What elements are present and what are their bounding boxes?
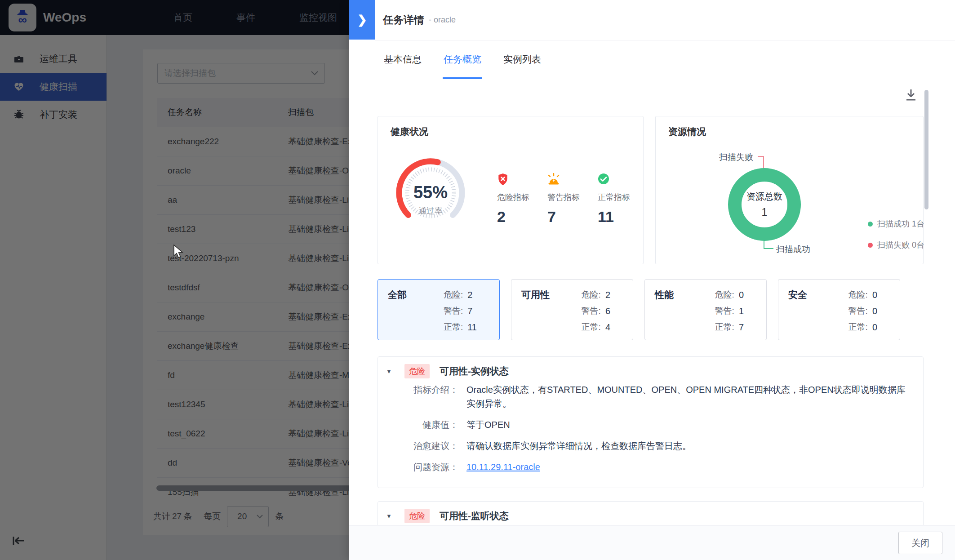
indicator-summary: 危险指标 2 警告指标 7 正常指标 11 xyxy=(497,173,632,226)
drawer-collapse-button[interactable]: ❯ xyxy=(349,0,375,40)
callout-scan-success-label: 扫描成功 xyxy=(776,244,810,255)
field-health-value: 健康值： 等于OPEN xyxy=(378,418,908,432)
indicator-label: 危险指标 xyxy=(497,192,531,203)
collapse-triangle-icon[interactable]: ▼ xyxy=(386,368,392,375)
drawer-title: 任务详情 xyxy=(383,13,424,27)
resource-status-card: 资源情况 扫描失败 资源总数 1 扫描成功 扫描成功 1台 扫描失败 0台 xyxy=(655,116,924,264)
legend-scan-success: 扫描成功 1台 xyxy=(868,218,924,229)
field-metric-intro: 指标介绍： Oracle实例状态，有STARTED、MOUNTED、OPEN、O… xyxy=(378,383,908,411)
normal-check-icon xyxy=(598,173,632,186)
indicator-value: 7 xyxy=(547,208,582,226)
tab-task-overview[interactable]: 任务概览 xyxy=(443,40,482,79)
danger-badge: 危险 xyxy=(404,364,430,378)
close-button[interactable]: 关闭 xyxy=(898,532,942,554)
callout-line xyxy=(764,248,773,249)
tab-basic-info[interactable]: 基本信息 xyxy=(383,40,422,79)
category-card-availability[interactable]: 可用性 危险:2 警告:6 正常:4 xyxy=(511,279,633,340)
indicator-value: 11 xyxy=(598,208,632,226)
resource-donut-chart: 资源总数 1 xyxy=(728,168,801,241)
metric-section-instance-status: ▼ 危险 可用性-实例状态 指标介绍： Oracle实例状态，有STARTED、… xyxy=(378,356,924,488)
collapse-triangle-icon[interactable]: ▼ xyxy=(386,513,392,520)
donut-center: 资源总数 1 xyxy=(746,191,782,218)
legend-scan-failed: 扫描失败 0台 xyxy=(868,240,924,250)
health-card-title: 健康状况 xyxy=(391,125,428,138)
category-card-performance[interactable]: 性能 危险:0 警告:1 正常:7 xyxy=(644,279,767,340)
section-title: 可用性-实例状态 xyxy=(440,365,509,378)
section-title: 可用性-监听状态 xyxy=(440,510,509,522)
download-icon[interactable] xyxy=(903,87,919,103)
health-status-card: 健康状况 55% 通过率 危险指标 2 xyxy=(378,116,644,264)
warning-indicator: 警告指标 7 xyxy=(547,173,582,226)
drawer-header: 任务详情 - oracle xyxy=(375,0,955,40)
problem-resource-link[interactable]: 10.11.29.11-oracle xyxy=(466,460,540,474)
warning-alarm-icon xyxy=(547,173,582,186)
resource-total-value: 1 xyxy=(746,206,782,218)
resource-total-label: 资源总数 xyxy=(746,191,782,203)
normal-indicator: 正常指标 11 xyxy=(598,173,632,226)
callout-line xyxy=(763,156,764,169)
chevron-right-icon: ❯ xyxy=(357,13,367,27)
danger-indicator: 危险指标 2 xyxy=(497,173,531,226)
drawer-subtitle: - oracle xyxy=(429,15,456,25)
pass-rate-caption: 通过率 xyxy=(395,205,466,216)
indicator-label: 警告指标 xyxy=(547,192,582,203)
legend-dot-success xyxy=(868,222,873,227)
drawer-footer: 关闭 xyxy=(349,525,955,560)
callout-scan-failed-label: 扫描失败 xyxy=(719,151,753,163)
vertical-scrollbar[interactable] xyxy=(924,90,928,209)
category-card-all[interactable]: 全部 危险:2 警告:7 正常:11 xyxy=(378,279,500,340)
pass-rate-value: 55% xyxy=(395,183,466,202)
field-heal-advice: 治愈建议： 请确认数据库实例异常详细情况，检查数据库告警日志。 xyxy=(378,439,908,453)
field-problem-resource: 问题资源： 10.11.29.11-oracle xyxy=(378,460,908,474)
tab-instance-list[interactable]: 实例列表 xyxy=(502,40,542,79)
indicator-value: 2 xyxy=(497,208,531,226)
drawer-tabs: 基本信息 任务概览 实例列表 xyxy=(383,40,542,79)
task-detail-drawer: ❯ 任务详情 - oracle 基本信息 任务概览 实例列表 健康状况 xyxy=(349,0,955,560)
danger-badge: 危险 xyxy=(404,509,430,523)
danger-shield-icon xyxy=(497,173,531,186)
category-card-security[interactable]: 安全 危险:0 警告:0 正常:0 xyxy=(778,279,900,340)
indicator-label: 正常指标 xyxy=(598,192,632,203)
legend-dot-failed xyxy=(868,243,873,248)
resource-card-title: 资源情况 xyxy=(668,125,706,138)
